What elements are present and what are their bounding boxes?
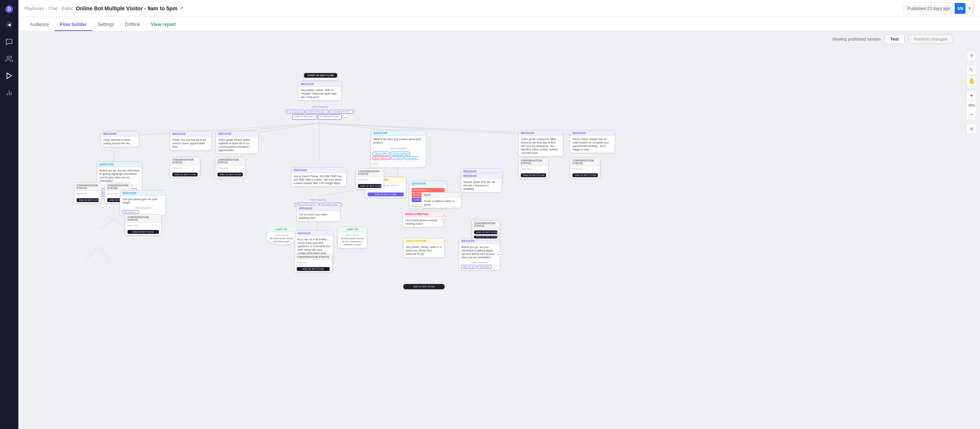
- response-my-email[interactable]: My email is...: [122, 210, 139, 214]
- topbar-right: Published 23 days ago SN ▾: [903, 3, 974, 14]
- chevron-down-btn[interactable]: ▾: [966, 4, 973, 13]
- hand-tool[interactable]: ✋: [966, 76, 977, 86]
- breadcrumb-editor[interactable]: Editor: [62, 6, 73, 11]
- svg-line-29: [99, 219, 114, 230]
- svg-marker-5: [7, 73, 11, 79]
- svg-point-4: [7, 56, 10, 59]
- svg-line-32: [99, 246, 110, 261]
- cursor-tool[interactable]: ↖: [966, 64, 977, 75]
- zoom-in-button[interactable]: +: [966, 90, 977, 101]
- tabs-bar: Audience Flow builder Settings Driftlink…: [18, 17, 980, 31]
- expand-responses-2[interactable]: •••: [373, 161, 378, 166]
- right-toolbar: ? ↖ ✋ + 25% − ⊞: [966, 51, 977, 134]
- breadcrumb-playbooks[interactable]: Playbooks: [25, 6, 44, 11]
- node-talk-office-msg[interactable]: Message Get in Touch! Phone: 123-456-789…: [291, 167, 347, 187]
- node-conv-status-1[interactable]: CONVERSATION STATUS Close conv. END OF B…: [74, 183, 101, 204]
- node-branch-bottom-right[interactable]: Message Before you go, are you intereste…: [459, 238, 500, 270]
- response-btn-1[interactable]: Just browsing: [286, 110, 304, 114]
- node-conv-status-final[interactable]: CONVERSATION STATUS END OF BOT FLOW: [471, 220, 500, 236]
- sidebar-item-team[interactable]: [0, 51, 18, 67]
- sidebar-item-chat[interactable]: [0, 34, 18, 51]
- svg-text:◀: ◀: [8, 23, 11, 27]
- node-email-question[interactable]: Question Can you please give me your ema…: [120, 190, 166, 215]
- response-book-with-a[interactable]: Book with a...: [373, 156, 390, 160]
- node-conv-status-8[interactable]: CONVERSATION STATUS Close conv. END OF B…: [570, 158, 600, 179]
- node-route-conditions[interactable]: Test Route conditions within a group: [421, 192, 461, 208]
- user-avatar: SN: [955, 3, 965, 14]
- node-just-browsing[interactable]: Message Okay, feel free to keep poking a…: [101, 131, 139, 147]
- node-let-us-know[interactable]: Message Let us know if you need anything…: [296, 206, 340, 222]
- node-end-flow-final[interactable]: END OF BOT FLOW: [403, 284, 445, 289]
- viewing-version-text: Viewing published version: [832, 37, 881, 41]
- zoom-controls: + 25% −: [966, 90, 977, 120]
- response-no-thanks-bot[interactable]: No thanks: [478, 265, 492, 269]
- tab-driftlink[interactable]: Driftlink: [119, 19, 146, 31]
- tab-audience[interactable]: Audience: [25, 19, 54, 31]
- tab-settings[interactable]: Settings: [92, 19, 119, 31]
- published-status: Published 23 days ago: [904, 5, 954, 12]
- svg-line-31: [85, 246, 99, 261]
- node-welcome-message[interactable]: Message Hey {visitor_name}, hello or "Ho…: [298, 81, 342, 101]
- node-conv-status-4[interactable]: CONVERSATION STATUS Close conv. END OF B…: [215, 157, 245, 178]
- topbar: Playbooks › Chat › Editor Online Bot Mul…: [18, 0, 980, 17]
- sidebar: D ◀: [0, 0, 18, 429]
- response-btn-4[interactable]: I want to talk about...: [292, 114, 317, 120]
- zoom-level: 25%: [966, 101, 977, 109]
- tab-view-report[interactable]: View report: [146, 19, 181, 31]
- response-talk-to-office[interactable]: Talk to Office: [373, 152, 390, 155]
- response-btn-5[interactable]: I'm looking for the...: [318, 114, 342, 120]
- node-branch4-question[interactable]: Question What is the best way to learn a…: [371, 130, 426, 168]
- response-btn-2[interactable]: I'd like to find out...: [305, 110, 328, 114]
- sidebar-logo[interactable]: D: [0, 0, 18, 18]
- expand-booking-btn[interactable]: •••: [441, 217, 447, 222]
- svg-text:D: D: [8, 7, 11, 12]
- node-conv-status-7[interactable]: CONVERSATION STATUS Close conv. END OF B…: [518, 158, 549, 179]
- expand-responses-btn[interactable]: •••: [342, 114, 348, 120]
- node-branch2[interactable]: Message Great! You can find all of our c…: [170, 131, 212, 150]
- node-conv-status-5[interactable]: CONVERSATION STATUS Close conv. END OF B…: [125, 214, 162, 235]
- node-far-right-1[interactable]: Message That's great! Calling the office…: [518, 130, 563, 157]
- node-branch3[interactable]: Message That's great! Please select Subl…: [216, 131, 258, 154]
- publish-button[interactable]: Publish changes: [908, 34, 953, 44]
- svg-line-16: [319, 123, 398, 131]
- breadcrumb: Playbooks › Chat › Editor: [25, 6, 73, 11]
- sidebar-item-playbooks[interactable]: [0, 67, 18, 84]
- visitor-response-block-1: Visitor response Just browsing I'd like …: [279, 105, 361, 121]
- node-cart-to-left[interactable]: CART TO Direct Capture OR What email sho…: [267, 227, 296, 245]
- node-conv-status-3[interactable]: CONVERSATION STATUS Close conv. END OF B…: [170, 157, 200, 178]
- help-button[interactable]: ?: [966, 51, 977, 61]
- tab-flow-builder[interactable]: Flow builder: [54, 19, 92, 31]
- sidebar-item-reports[interactable]: [0, 84, 18, 101]
- zoom-out-button[interactable]: −: [966, 109, 977, 120]
- node-start-of-flow[interactable]: START OF BOT FLOW: [304, 73, 337, 80]
- flow-canvas-container[interactable]: Viewing published version Test Publish c…: [18, 31, 980, 429]
- fit-view-button[interactable]: ⊞: [966, 123, 977, 134]
- response-online-booking[interactable]: Online booking: [391, 152, 410, 155]
- breadcrumb-chat[interactable]: Chat: [48, 6, 57, 11]
- test-button[interactable]: Test: [885, 34, 905, 44]
- expand-bottom-right[interactable]: •••: [497, 251, 503, 257]
- page-title: Online Bot Multiple Visitor - 9am to 5pm…: [76, 5, 183, 11]
- response-click-chat[interactable]: Click chat: [404, 156, 418, 160]
- response-btn-3[interactable]: I'm looking for info...: [329, 110, 353, 114]
- node-conv-status-bottom[interactable]: CONVERSATION STATUS Close conv. END OF B…: [294, 254, 332, 272]
- response-go-back[interactable]: Go Back: [391, 156, 404, 160]
- node-far-right-2[interactable]: Message Good choice! Please visit our re…: [570, 130, 615, 153]
- sidebar-collapse-btn[interactable]: ◀: [0, 18, 18, 31]
- response-sign-up-bot[interactable]: Sign me up!: [461, 265, 477, 269]
- node-conv-status-6[interactable]: CONVERSATION STATUS Close conv. END OF B…: [355, 168, 384, 189]
- node-lead-capture-bottom[interactable]: LEAD CAPTURE Hey {visitor_name}, enter i…: [403, 238, 445, 258]
- node-sound-great-right[interactable]: Message Sounds great! One sec, let me se…: [461, 173, 502, 192]
- external-link-icon[interactable]: ↗: [180, 6, 183, 11]
- node-cart-to-center[interactable]: CART TO Direct Capture Sounds great! Can…: [337, 227, 367, 248]
- node-book-meeting[interactable]: BOOK A MEETING Try to book person consol…: [402, 211, 444, 227]
- viewing-bar: Viewing published version Test Publish c…: [832, 34, 953, 44]
